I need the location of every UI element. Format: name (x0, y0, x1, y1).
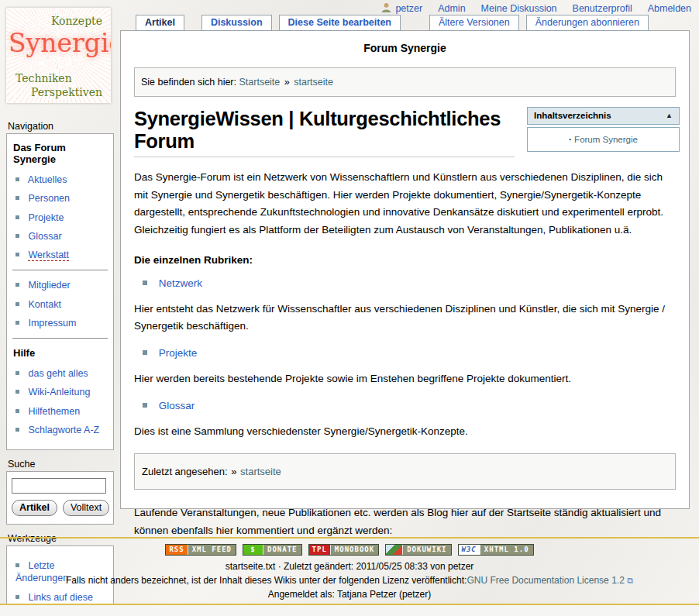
badge-left-label (386, 545, 403, 555)
sidebar-link[interactable]: Glossar (28, 231, 61, 242)
logo-word-konzepte: Konzepte (51, 15, 102, 27)
help-links: das geht alles Wiki-Anleitung Hilfetheme… (12, 367, 108, 436)
footer-badge[interactable]: W3C XHTML 1.0 (458, 544, 534, 556)
badge-right-label: MONOBOOK (331, 545, 378, 555)
breadcrumb-link-startseite[interactable]: Startseite (239, 77, 280, 88)
search-input[interactable] (12, 478, 106, 494)
collapse-caret-icon[interactable]: ▲ (666, 112, 673, 119)
tab[interactable]: Diskussion (201, 15, 272, 31)
sidebar-item: Werkstatt (15, 249, 108, 261)
recent-separator: » (230, 466, 237, 477)
sidebar-item: Schlagworte A-Z (15, 424, 108, 436)
footer-badge[interactable]: $ DONATE (243, 544, 302, 556)
userbar-link[interactable]: Benutzerprofil (573, 3, 632, 14)
square-bullet-icon (15, 253, 19, 256)
external-link-icon: ⧉ (627, 576, 633, 585)
sidebar-item: Impressum (15, 317, 108, 329)
square-bullet-icon (15, 302, 19, 306)
sidebar-item: Wiki-Anleitung (15, 386, 108, 398)
sidebar-link[interactable]: Kontakt (28, 299, 60, 310)
logo-word-perspektiven: Perspektiven (31, 86, 102, 98)
tab[interactable]: Änderungen abonnieren (526, 15, 649, 31)
footer-badge[interactable]: DOKUWIKI (385, 544, 451, 556)
breadcrumb-link-current[interactable]: startseite (294, 77, 333, 88)
outro-paragraph: Laufende Veranstaltungen, neue Publikati… (134, 504, 676, 539)
footer-modified-line: startseite.txt · Zuletzt geändert: 2011/… (0, 561, 699, 572)
member-links: Mitglieder Kontakt Impressum (12, 279, 108, 329)
tab[interactable]: Ältere Versionen (429, 15, 519, 31)
sidebar-divider (12, 270, 108, 270)
userbar-link[interactable]: Meine Diskussion (481, 3, 557, 14)
breadcrumb-separator: » (283, 77, 291, 88)
sidebar-link[interactable]: Projekte (28, 212, 64, 223)
sidebar-heading-forum: Das Forum Synergie (13, 142, 108, 165)
sidebar-link[interactable]: Hilfethemen (28, 406, 80, 417)
rubrik-bullet-row: Glossar (143, 400, 676, 411)
logo-title: Synergie (9, 28, 110, 58)
square-bullet-icon (15, 196, 19, 200)
footer-license-line: Falls nicht anders bezeichnet, ist der I… (0, 575, 699, 586)
table-of-contents: Inhaltsverzeichnis ▲ Forum Synergie (527, 107, 680, 152)
rubrik-bullet-row: Projekte (143, 347, 676, 359)
badge-left-label: RSS (166, 545, 188, 555)
rubrik-link[interactable]: Glossar (159, 400, 195, 411)
recently-viewed-box: Zuletzt angesehen: » startseite (134, 453, 676, 490)
sidebar-item: Projekte (15, 212, 108, 224)
footer-badges: RSS XML FEED $ DONATE TPL MONOBOOK DOKUW… (0, 544, 699, 556)
sidebar-link[interactable]: Wiki-Anleitung (28, 387, 90, 397)
sidebar-link[interactable]: Mitglieder (28, 280, 70, 291)
badge-right-label: DONATE (263, 545, 301, 555)
rubrik-section: Projekte Hier werden bereits bestehende … (121, 347, 689, 388)
footer-badge[interactable]: TPL MONOBOOK (308, 544, 380, 556)
search-artikel-button[interactable]: Artikel (12, 500, 57, 516)
sidebar-link[interactable]: das geht alles (28, 368, 88, 379)
sidebar-link[interactable]: Impressum (28, 318, 76, 329)
user-icon (381, 2, 391, 15)
license-link[interactable]: GNU Free Documentation License 1.2 (467, 575, 624, 586)
userbar-link[interactable]: Admin (438, 3, 465, 14)
badge-left-label: W3C (459, 545, 480, 555)
rubriken-heading: Die einzelnen Rubriken: (134, 254, 676, 266)
sidebar-link[interactable]: Werkstatt (28, 249, 69, 261)
site-logo[interactable]: Konzepte Synergie Techniken Perspektiven (6, 8, 111, 103)
username: petzer (395, 3, 422, 14)
recent-link[interactable]: startseite (240, 466, 281, 477)
square-bullet-icon (143, 280, 147, 285)
rubrik-description: Hier entsteht das Netzwerk für Wissensch… (134, 301, 676, 336)
user-profile-link[interactable]: petzer (381, 2, 422, 15)
userbar-link[interactable]: Abmelden (648, 3, 691, 14)
breadcrumb-prefix: Sie befinden sich hier: (141, 77, 236, 88)
square-bullet-icon (143, 350, 147, 355)
rubrik-description: Dies ist eine Sammlung verschiedenster S… (134, 423, 676, 441)
logo-word-techniken: Techniken (15, 72, 72, 84)
footer-loggedin-line: Angemeldet als: Tatjana Petzer (petzer) (0, 589, 699, 600)
sidebar-link[interactable]: Personen (28, 193, 70, 204)
rubrik-section: Glossar Dies ist eine Sammlung verschied… (121, 400, 689, 441)
search-volltext-button[interactable]: Volltext (63, 500, 109, 516)
rubrik-section: Netzwerk Hier entsteht das Netzwerk für … (121, 277, 689, 336)
sidebar-item: Personen (15, 192, 108, 205)
tab[interactable]: Artikel (136, 15, 184, 31)
toc-link[interactable]: Forum Synergie (569, 135, 638, 144)
page-header: Forum Synergie (121, 31, 689, 54)
sidebar-item: Aktuelles (15, 174, 108, 186)
forum-links: Aktuelles Personen Projekte Glossar (12, 174, 108, 261)
tab[interactable]: Diese Seite bearbeiten (279, 15, 401, 31)
rubrik-link[interactable]: Netzwerk (159, 277, 202, 289)
square-bullet-icon (143, 403, 147, 408)
toc-header[interactable]: Inhaltsverzeichnis ▲ (527, 107, 680, 125)
footer: RSS XML FEED $ DONATE TPL MONOBOOK DOKUW… (0, 537, 699, 603)
sidebar-link[interactable]: Aktuelles (28, 174, 67, 185)
sidebar-link[interactable]: Schlagworte A-Z (28, 425, 99, 435)
square-bullet-icon (15, 321, 19, 325)
badge-left-label: $ (243, 545, 263, 555)
sidebar-divider (12, 338, 108, 339)
sidebar-item: Mitglieder (15, 279, 108, 291)
breadcrumb: Sie befinden sich hier: Startseite » sta… (134, 67, 676, 97)
toc-title: Inhaltsverzeichnis (534, 111, 611, 120)
footer-badge[interactable]: RSS XML FEED (165, 544, 236, 556)
license-text: Falls nicht anders bezeichnet, ist der I… (66, 575, 467, 586)
rubrik-link[interactable]: Projekte (159, 347, 198, 359)
sidebar-item: Kontakt (15, 298, 108, 311)
badge-left-label: TPL (309, 545, 331, 555)
